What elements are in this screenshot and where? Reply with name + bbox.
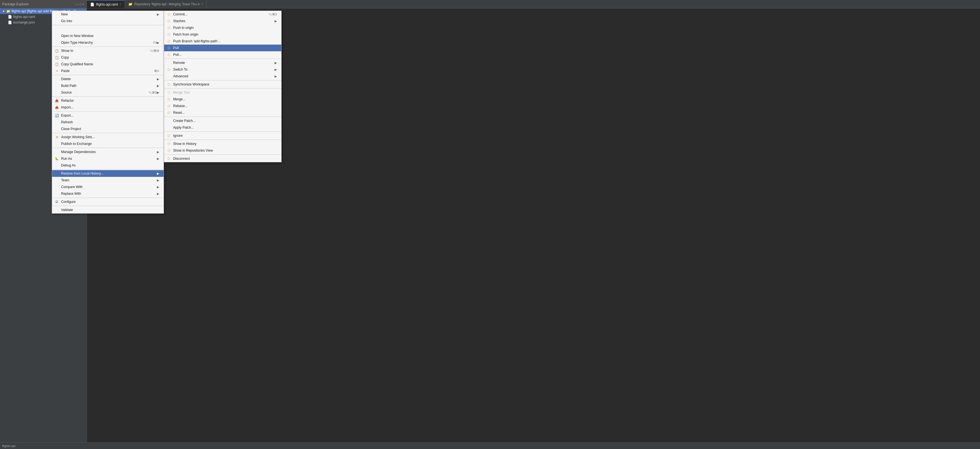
menu-item-paste[interactable]: 📋 Copy Qualified Name — [52, 61, 164, 68]
menu-label-disconnect: Disconnect — [173, 157, 277, 161]
menu-item-rebase[interactable]: ⬡ Rebase... — [164, 103, 281, 109]
menu-label-team: Restore from Local History... — [61, 172, 157, 175]
tab-raml[interactable]: 📄 flights-api.raml × — [87, 0, 125, 8]
menu-label-properties: Validate — [61, 208, 155, 212]
menu-item-delete[interactable]: ✕ Paste ⌘V — [52, 68, 164, 74]
import-icon: 📥 — [54, 99, 59, 103]
tab-raml-label: flights-api.raml — [96, 3, 118, 6]
menu-item-syncworkspace[interactable]: ⬡ Synchronize Workspace — [164, 81, 281, 88]
team-separator-1 — [164, 59, 281, 59]
copyqualified-icon: 📋 — [54, 55, 59, 60]
menu-item-buildpath[interactable]: Delete ▶ — [52, 76, 164, 83]
menu-item-reset[interactable]: ⬡ Reset... — [164, 109, 281, 116]
menu-item-gointo[interactable]: Go Into — [52, 18, 164, 24]
context-menu-team: ⬡ Commit... ⌥⌘3 ⬡ Stashes ▶ ⬡ Push to or… — [164, 11, 282, 162]
menu-item-dependencies[interactable]: Publish to Exchange — [52, 140, 164, 147]
tab-raml-icon: 📄 — [90, 3, 94, 6]
merge-icon: ⬡ — [166, 97, 172, 102]
close-panel-icon[interactable]: × — [83, 3, 84, 6]
menu-item-closeproject[interactable]: Refresh — [52, 119, 164, 126]
reset-icon: ⬡ — [166, 110, 172, 115]
showhistory-icon: ⬡ — [166, 142, 172, 146]
menu-item-typehierarchy[interactable]: Open in New Window — [52, 32, 164, 39]
menu-item-remote[interactable]: Remote ▶ — [164, 59, 281, 66]
submenu-arrow-advanced: ▶ — [275, 75, 277, 78]
menu-item-fetchorigin[interactable]: ⬡ Fetch from origin — [164, 31, 281, 38]
separator-5 — [52, 111, 164, 111]
menu-item-validate[interactable]: ☑ Configure — [52, 198, 164, 205]
remote-icon — [166, 61, 172, 65]
separator-7 — [52, 148, 164, 148]
team-separator-3 — [164, 88, 281, 89]
menu-item-debugas[interactable]: 🐛 Run As ▶ — [52, 155, 164, 162]
menu-item-pull[interactable]: ⬡ Pull — [164, 45, 281, 51]
menu-item-properties[interactable]: Validate — [52, 207, 164, 213]
menu-label-syncworkspace: Synchronize Workspace — [173, 83, 277, 86]
menu-item-applypatch[interactable]: Apply Patch... — [164, 124, 281, 131]
menu-item-showrepoview[interactable]: ⬡ Show in Repositories View — [164, 147, 281, 154]
menu-label-pull: Pull — [173, 46, 277, 50]
tree-child-label-raml: flights-api.raml — [13, 15, 35, 19]
status-label: flights-api — [2, 444, 16, 447]
buildpath-icon — [54, 77, 59, 81]
tab-repo-close[interactable]: × — [201, 3, 203, 6]
menu-label-export: Import... — [61, 105, 159, 109]
menu-item-configure[interactable]: Replace With ▶ — [52, 190, 164, 197]
menu-label-refresh: Export... — [61, 113, 155, 118]
file-json-icon: 📄 — [8, 21, 12, 24]
menu-item-export[interactable]: 📤 Import... — [52, 104, 164, 111]
menu-item-replacewith[interactable]: Compare With ▶ — [52, 183, 164, 190]
menu-label-merge: Merge... — [173, 97, 277, 101]
menu-item-copy[interactable]: 📋 Show In ⌥⌘W — [52, 47, 164, 54]
menu-label-rebase: Rebase... — [173, 104, 277, 108]
menu-item-disconnect[interactable]: ⬡ Disconnect — [164, 155, 281, 162]
menu-item-openwindow[interactable] — [52, 26, 164, 32]
menu-item-advanced[interactable]: Advanced ▶ — [164, 73, 281, 80]
menu-label-delete: Paste — [61, 69, 150, 73]
tab-raml-close[interactable]: × — [119, 3, 121, 6]
menu-item-import[interactable]: 📥 Refactor — [52, 97, 164, 104]
menu-item-workingsets[interactable]: Close Project — [52, 126, 164, 132]
submenu-arrow-team: ▶ — [157, 172, 159, 175]
menu-label-new: New — [61, 12, 157, 16]
separator-6 — [52, 133, 164, 133]
menu-item-refactor[interactable]: Source ⌥⌘S ▶ — [52, 89, 164, 96]
menu-item-ignore[interactable]: ⬡ Ignore — [164, 132, 281, 139]
switchto-icon: ⬡ — [166, 67, 172, 72]
copy-icon: 📋 — [54, 48, 59, 53]
menu-item-showin[interactable]: Open Type Hierarchy F4 ▶ — [52, 39, 164, 46]
menu-item-pulldots[interactable]: ⬡ Pull... — [164, 51, 281, 58]
menu-label-showin: Open Type Hierarchy — [61, 41, 149, 45]
submenu-arrow-runas: ▶ — [157, 150, 159, 154]
menu-item-pushorigin[interactable]: ⬡ Push to origin — [164, 24, 281, 31]
menu-item-commit[interactable]: ⬡ Commit... ⌥⌘3 — [164, 11, 281, 18]
tab-repository[interactable]: 📁 Repository 'flights-api': Merging 'Sav… — [125, 0, 207, 8]
menu-item-pushbranch[interactable]: ⬡ Push Branch 'add-flights-path'... — [164, 38, 281, 45]
menu-item-showhistory[interactable]: ⬡ Show in History — [164, 140, 281, 147]
menu-item-new[interactable]: New ▶ — [52, 11, 164, 18]
menu-label-gointo: Go Into — [61, 19, 159, 23]
submenu-arrow-buildpath: ▶ — [157, 77, 159, 81]
menu-item-copyqualified[interactable]: 📋 Copy — [52, 54, 164, 61]
menu-item-merge[interactable]: ⬡ Merge... — [164, 96, 281, 103]
mergetool-icon: ⬡ — [166, 90, 172, 95]
menu-item-stashes[interactable]: ⬡ Stashes ▶ — [164, 18, 281, 24]
maximize-icon[interactable]: □ — [80, 3, 81, 6]
tab-repo-label: Repository 'flights-api': Merging 'Save … — [134, 2, 200, 6]
menu-item-runas[interactable]: Manage Dependencies ▶ — [52, 148, 164, 155]
advanced-icon — [166, 74, 172, 78]
menu-item-localhistory[interactable]: Debug As — [52, 162, 164, 169]
menu-item-publish[interactable]: ⊕ Assign Working Sets... — [52, 134, 164, 140]
menu-item-comparewith[interactable]: Team ▶ — [52, 177, 164, 183]
menu-label-replacewith: Compare With — [61, 185, 157, 189]
menu-item-refresh[interactable]: 🔄 Export... — [52, 112, 164, 119]
tab-bar: 📄 flights-api.raml × 📁 Repository 'fligh… — [87, 0, 980, 8]
menu-item-team[interactable]: Restore from Local History... ▶ — [52, 170, 164, 177]
file-raml-icon: 📄 — [8, 15, 12, 19]
menu-item-createpatch[interactable]: Create Patch... — [164, 118, 281, 124]
submenu-arrow-comparewith: ▶ — [157, 178, 159, 182]
minimize-icon[interactable]: — — [75, 3, 78, 6]
menu-item-switchto[interactable]: ⬡ Switch To ▶ — [164, 66, 281, 73]
menu-label-import: Refactor — [61, 99, 159, 103]
menu-item-source[interactable]: Build Path ▶ — [52, 83, 164, 89]
